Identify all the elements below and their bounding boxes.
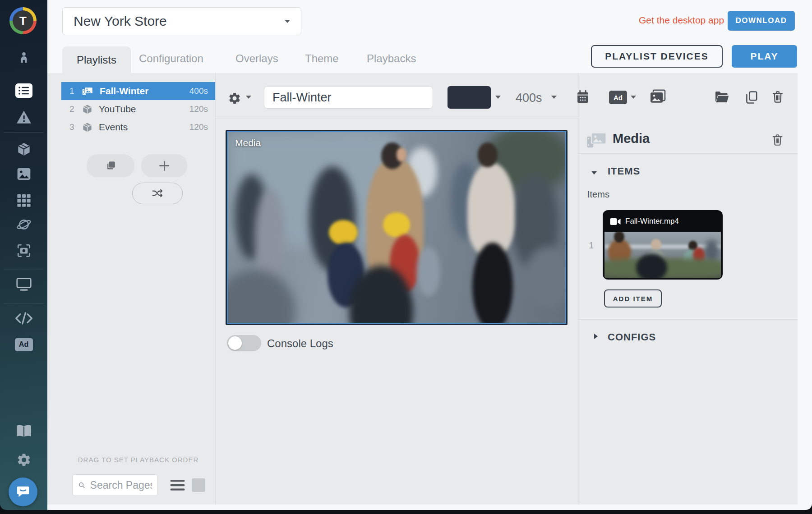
add-playlist-button[interactable] (141, 154, 187, 177)
duration-dropdown[interactable]: 400s (516, 91, 542, 105)
settings-caret-icon[interactable] (246, 96, 251, 99)
sidebar-item-developer[interactable] (0, 311, 47, 326)
delete-playlist-button[interactable] (771, 90, 784, 106)
chevron-down-icon (591, 171, 597, 174)
sidebar-item-alerts[interactable] (0, 110, 47, 125)
search-input[interactable] (89, 479, 153, 492)
sidebar-item-media-library[interactable] (0, 167, 47, 181)
playlist-name-input[interactable] (264, 86, 433, 109)
photos-icon (650, 89, 666, 105)
delete-page-button[interactable] (771, 133, 784, 149)
photo-shape-woman-sweater (467, 163, 515, 254)
sidebar-item-playlists-active[interactable] (0, 83, 47, 98)
media-panel-title: Media (613, 131, 650, 146)
drag-hint-text: DRAG TO SET PLAYBACK ORDER (61, 456, 215, 464)
media-gallery-button[interactable] (650, 89, 666, 106)
open-folder-button[interactable] (715, 91, 729, 105)
console-logs-toggle[interactable] (227, 335, 261, 351)
photo-shape (227, 270, 295, 324)
items-field-label: Items (587, 189, 609, 200)
shuffle-button[interactable] (132, 183, 183, 204)
configs-section-toggle[interactable] (594, 333, 598, 341)
photo-shape-yellow-hat (383, 212, 410, 237)
toggle-knob (228, 336, 242, 350)
copy-icon (745, 90, 758, 105)
console-logs-label: Console Logs (267, 337, 333, 350)
support-chat-button[interactable] (9, 477, 37, 506)
play-button[interactable]: PLAY (732, 45, 797, 68)
media-item-filename: Fall-Winter.mp4 (625, 217, 679, 226)
sidebar-item-templates[interactable] (0, 193, 47, 207)
cube-icon (82, 122, 92, 133)
playlist-row-youtube[interactable]: 2 YouTube 120s (61, 100, 215, 118)
tab-theme[interactable]: Theme (305, 52, 339, 65)
ads-caret-icon[interactable] (631, 96, 636, 99)
sidebar-item-apps[interactable] (0, 142, 47, 157)
playlist-preview[interactable]: Media (226, 130, 567, 325)
sidebar-item-ads[interactable]: Ad (0, 338, 47, 351)
cube-icon (17, 142, 31, 157)
media-item-thumbnail[interactable]: Fall-Winter.mp4 (604, 211, 722, 279)
tab-overlays[interactable]: Overlays (235, 52, 278, 65)
panel-divider (578, 73, 578, 505)
sidebar: T (0, 0, 47, 510)
media-type-icon (586, 132, 607, 151)
desktop-app-link[interactable]: Get the desktop app (639, 15, 724, 26)
gear-icon (16, 452, 32, 468)
grid-view-toggle[interactable] (192, 478, 205, 492)
plus-icon-bar (164, 161, 165, 171)
item-index: 1 (589, 240, 594, 251)
panel-section-divider (578, 153, 798, 154)
playlist-row-duration: 400s (189, 86, 215, 96)
photo-shape (397, 147, 406, 162)
cube-icon (82, 104, 92, 115)
sidebar-item-screenshots[interactable] (0, 243, 47, 258)
download-button[interactable]: DOWNLOAD (728, 11, 795, 31)
duplicate-playlist-button[interactable] (87, 154, 134, 177)
playlist-devices-button[interactable]: PLAYLIST DEVICES (591, 45, 723, 68)
add-item-button[interactable]: ADD ITEM (604, 289, 662, 307)
store-selector[interactable]: New York Store (62, 7, 301, 35)
playlist-row-events[interactable]: 3 Events 120s (61, 118, 215, 136)
schedule-button[interactable] (576, 90, 590, 106)
sidebar-item-documentation[interactable] (0, 423, 47, 439)
ads-dropdown[interactable]: Ad (609, 91, 627, 104)
brand-logo[interactable]: T (9, 7, 37, 34)
store-selector-value: New York Store (74, 14, 167, 29)
playlist-row-name: Events (99, 122, 189, 133)
photo-shape (472, 243, 513, 324)
background-color-swatch[interactable] (448, 86, 491, 109)
user-icon (17, 50, 31, 65)
tab-playbacks[interactable]: Playbacks (367, 52, 416, 65)
warning-icon (16, 110, 32, 124)
sidebar-item-settings[interactable] (0, 452, 47, 468)
sidebar-item-webpages[interactable] (0, 217, 47, 232)
thumbnail-title-bar: Fall-Winter.mp4 (604, 211, 722, 232)
shuffle-icon (151, 188, 164, 199)
calendar-icon (576, 90, 590, 104)
app-window: T (0, 0, 812, 514)
items-section-toggle[interactable] (591, 168, 597, 176)
duration-caret-icon[interactable] (551, 96, 557, 99)
playlist-row-name: YouTube (99, 104, 189, 115)
book-icon (15, 423, 32, 439)
tab-configuration[interactable]: Configuration (139, 52, 203, 65)
playlist-settings-menu[interactable] (228, 92, 241, 107)
sidebar-item-devices[interactable] (0, 276, 47, 292)
thumbnail-photo (604, 232, 721, 278)
playlist-row-fall-winter[interactable]: 1 Fall-Winter 400s (61, 82, 215, 100)
toolbar-divider (216, 119, 578, 119)
list-view-toggle[interactable] (170, 479, 185, 493)
code-icon (15, 312, 33, 325)
tab-playlists[interactable]: Playlists (62, 46, 131, 73)
playlists-icon (15, 83, 32, 98)
playlist-search[interactable] (72, 474, 158, 496)
sidebar-item-user[interactable] (0, 50, 47, 66)
copy-playlist-button[interactable] (745, 90, 758, 106)
swatch-caret-icon[interactable] (495, 96, 501, 99)
media-playlist-icon (82, 86, 93, 96)
grid-icon (17, 193, 31, 207)
preview-photo: Media (227, 131, 566, 324)
playlist-row-index: 3 (61, 122, 82, 132)
photo-shape (525, 247, 566, 307)
